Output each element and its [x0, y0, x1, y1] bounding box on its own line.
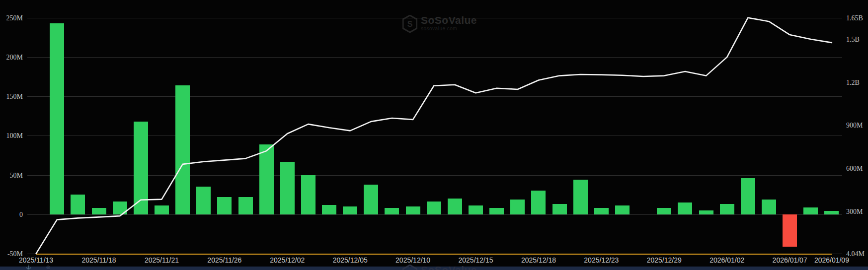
- netflow-bar-2025/12/17[interactable]: [510, 200, 525, 214]
- left-axis-label: 250M: [6, 14, 23, 22]
- navigator-anchor-icon: ⚓: [26, 265, 31, 270]
- netflow-bar-2025/11/17[interactable]: [71, 195, 85, 214]
- x-axis-date-label: 2025/12/18: [521, 256, 556, 264]
- netflow-bar-2025/11/25[interactable]: [196, 187, 211, 214]
- x-axis-date-label: 2026/01/09: [814, 256, 849, 264]
- right-axis-label: 900M: [846, 122, 863, 129]
- navigator-strip[interactable]: [0, 267, 868, 270]
- left-axis-label: 200M: [6, 54, 23, 61]
- right-axis-label: 1.2B: [846, 79, 860, 86]
- right-axis-label: 1.65B: [846, 14, 863, 22]
- right-axis-label: 300M: [846, 208, 863, 215]
- netflow-chart: 250M200M150M100M50M0-50M1.65B1.5B1.2B900…: [0, 0, 868, 270]
- netflow-bar-2025/12/22[interactable]: [573, 180, 588, 214]
- netflow-bar-2025/12/04[interactable]: [322, 205, 336, 214]
- netflow-bar-2025/11/21[interactable]: [155, 205, 169, 214]
- netflow-bar-2025/12/24[interactable]: [615, 205, 630, 214]
- netflow-bar-2026/01/05[interactable]: [741, 178, 755, 214]
- netflow-bar-2025/12/29[interactable]: [657, 208, 671, 214]
- x-axis-date-label: 2025/11/26: [207, 256, 241, 264]
- netflow-bar-2025/11/24[interactable]: [175, 85, 190, 214]
- x-axis-date-label: 2025/12/10: [395, 256, 430, 264]
- netflow-bar-2025/11/26[interactable]: [217, 197, 232, 214]
- netflow-bar-2025/12/01[interactable]: [259, 144, 274, 214]
- netflow-bar-2025/12/08[interactable]: [364, 185, 378, 214]
- netflow-bar-2025/12/03[interactable]: [301, 175, 316, 214]
- netflow-bar-2025/12/05[interactable]: [343, 206, 357, 214]
- netflow-bar-2026/01/07[interactable]: [783, 214, 797, 247]
- netflow-bar-2025/12/18[interactable]: [531, 191, 546, 214]
- netflow-bar-2025/12/23[interactable]: [594, 208, 609, 214]
- netflow-bar-2025/12/19[interactable]: [552, 204, 567, 214]
- plot-area[interactable]: [27, 0, 842, 254]
- x-axis-date-label: 2026/01/02: [710, 256, 744, 264]
- netflow-bar-2025/12/02[interactable]: [280, 162, 295, 214]
- left-axis-label: 0: [19, 211, 23, 218]
- netflow-bar-2025/12/31[interactable]: [699, 210, 713, 214]
- netflow-bar-2025/11/28[interactable]: [238, 197, 253, 214]
- x-axis-date-label: 2025/12/15: [459, 256, 493, 264]
- x-axis-date-label: 2025/12/02: [270, 256, 305, 264]
- netflow-bar-2025/11/14[interactable]: [50, 23, 64, 214]
- netflow-bar-2025/12/30[interactable]: [678, 202, 692, 214]
- netflow-bar-2025/12/09[interactable]: [385, 208, 399, 214]
- netflow-bar-2025/12/12[interactable]: [448, 199, 462, 214]
- netflow-bar-2025/12/16[interactable]: [489, 208, 504, 214]
- x-axis-date-label: 2025/12/29: [647, 256, 682, 264]
- netflow-bar-2025/11/18[interactable]: [92, 208, 106, 214]
- netflow-bar-2026/01/06[interactable]: [762, 200, 776, 214]
- x-axis-date-label: 2025/11/18: [82, 256, 116, 264]
- right-axis-label: 600M: [846, 165, 863, 172]
- x-axis-date-label: 2025/12/05: [333, 256, 368, 264]
- netflow-bar-2025/12/15[interactable]: [469, 205, 483, 214]
- x-axis-date-label: 2026/01/07: [773, 256, 807, 264]
- right-axis-label: 1.5B: [846, 36, 860, 43]
- netflow-bar-2026/01/09[interactable]: [824, 211, 839, 214]
- netflow-bar-2025/12/10[interactable]: [406, 206, 420, 214]
- left-axis-label: 100M: [6, 132, 23, 139]
- netflow-bar-2025/12/11[interactable]: [427, 202, 441, 214]
- x-axis-date-label: 2025/12/23: [584, 256, 619, 264]
- netflow-bar-2026/01/02[interactable]: [720, 204, 734, 214]
- x-axis-date-label: 2025/11/21: [145, 256, 179, 264]
- x-axis-date-label: 2025/11/13: [19, 256, 53, 264]
- left-axis-label: 150M: [6, 93, 23, 100]
- netflow-bar-2026/01/08[interactable]: [803, 207, 818, 214]
- left-axis-label: 50M: [10, 172, 23, 179]
- chart-canvas[interactable]: 250M200M150M100M50M0-50M1.65B1.5B1.2B900…: [0, 0, 868, 270]
- navigator-circle-icon: ◎: [46, 265, 50, 270]
